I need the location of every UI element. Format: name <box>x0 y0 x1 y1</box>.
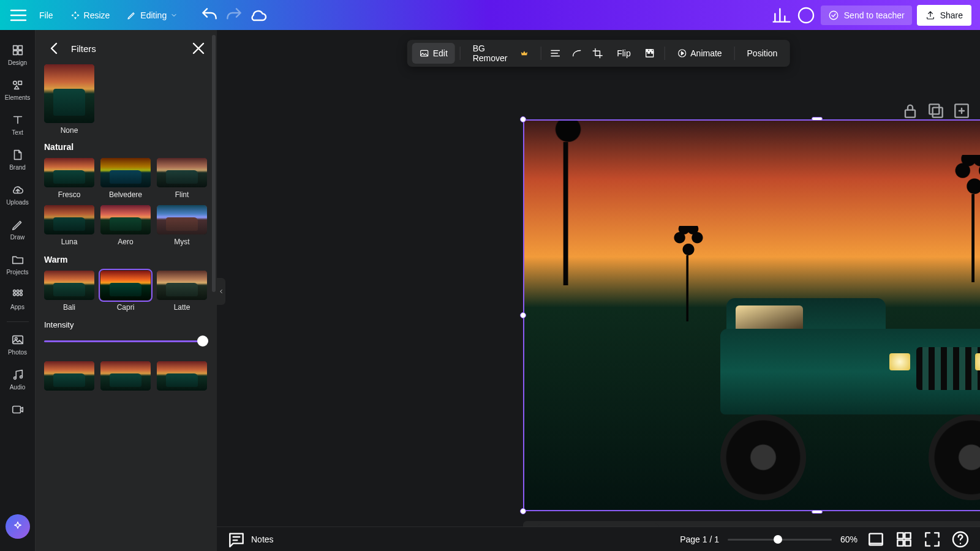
zoom-slider[interactable] <box>728 535 832 544</box>
chevron-down-icon <box>170 12 178 19</box>
filter-label: Aero <box>118 238 133 246</box>
svg-rect-37 <box>897 533 903 538</box>
edit-image-button[interactable]: Edit <box>412 43 455 64</box>
resize-handle[interactable] <box>520 508 526 514</box>
filter-belvedere[interactable]: Belvedere <box>100 158 151 199</box>
zoom-value[interactable]: 60% <box>840 534 858 544</box>
resize-handle[interactable] <box>812 117 823 121</box>
filter-fresco[interactable]: Fresco <box>44 158 94 199</box>
svg-rect-18 <box>12 407 20 413</box>
svg-rect-4 <box>13 51 17 54</box>
svg-point-6 <box>13 81 17 85</box>
rail-design[interactable]: Design <box>0 39 36 71</box>
svg-point-13 <box>20 293 22 296</box>
rail-uploads[interactable]: Uploads <box>0 178 36 211</box>
rail-text[interactable]: Text <box>0 108 36 141</box>
flip-label: Flip <box>617 48 631 58</box>
comment-icon[interactable] <box>796 6 816 25</box>
rail-videos[interactable] <box>0 398 36 416</box>
transparency-icon[interactable] <box>641 43 660 64</box>
canvas-area: Edit BG Remover Flip Animate Position <box>217 30 980 551</box>
animate-label: Animate <box>690 48 722 58</box>
fullscreen-icon[interactable] <box>922 530 942 549</box>
svg-rect-26 <box>905 110 915 118</box>
collapse-panel-icon[interactable] <box>217 278 225 305</box>
filter-aero[interactable]: Aero <box>100 205 151 246</box>
top-bar: File Resize Editing Send to teacher Shar… <box>0 0 980 30</box>
undo-icon[interactable] <box>200 6 219 25</box>
svg-rect-5 <box>18 51 21 54</box>
notes-label[interactable]: Notes <box>251 534 274 544</box>
crop-icon[interactable] <box>589 43 608 64</box>
help-icon[interactable] <box>951 530 970 549</box>
svg-point-17 <box>20 376 22 378</box>
cloud-sync-icon[interactable] <box>249 6 268 25</box>
hamburger-menu-icon[interactable] <box>9 6 28 25</box>
rail-audio-label: Audio <box>10 384 26 391</box>
rail-apps[interactable]: Apps <box>0 283 36 315</box>
position-label: Position <box>747 48 778 58</box>
resize-button[interactable]: Resize <box>64 6 116 25</box>
filter-flint[interactable]: Flint <box>157 158 207 199</box>
notes-icon[interactable] <box>227 530 246 549</box>
bottom-bar: Notes Page 1 / 1 60% <box>217 527 980 551</box>
duplicate-page-icon[interactable] <box>926 101 946 121</box>
svg-point-11 <box>13 293 15 296</box>
filter-luna[interactable]: Luna <box>44 205 94 246</box>
rail-photos[interactable]: Photos <box>0 328 36 361</box>
crown-icon <box>521 49 529 58</box>
panel-scrollbar[interactable] <box>212 35 216 292</box>
filter-extra-3[interactable] <box>157 361 207 391</box>
svg-rect-39 <box>897 540 903 545</box>
filter-label: Luna <box>61 238 78 246</box>
rail-projects[interactable]: Projects <box>0 248 36 280</box>
filter-extra-2[interactable] <box>100 361 151 391</box>
share-button[interactable]: Share <box>917 5 971 26</box>
filter-extra-1[interactable] <box>44 361 94 391</box>
filter-capri[interactable]: Capri <box>100 271 151 312</box>
filter-myst[interactable]: Myst <box>157 205 207 246</box>
back-icon[interactable] <box>44 39 64 58</box>
animate-button[interactable]: Animate <box>669 43 729 64</box>
rail-draw[interactable]: Draw <box>0 213 36 246</box>
resize-handle[interactable] <box>812 510 823 514</box>
magic-button[interactable] <box>6 514 30 539</box>
rail-audio[interactable]: Audio <box>0 363 36 395</box>
rail-elements-label: Elements <box>5 94 31 101</box>
curve-icon[interactable] <box>567 43 586 64</box>
filter-label: Latte <box>174 303 190 312</box>
file-label: File <box>39 10 53 20</box>
close-icon[interactable] <box>189 39 208 58</box>
filter-bali[interactable]: Bali <box>44 271 94 312</box>
grid-view-icon[interactable] <box>894 530 914 549</box>
filter-none[interactable]: None <box>44 64 94 135</box>
align-icon[interactable] <box>546 43 565 64</box>
send-to-teacher-button[interactable]: Send to teacher <box>821 6 912 25</box>
svg-point-9 <box>17 290 19 293</box>
rail-brand[interactable]: Brand <box>0 143 36 176</box>
insights-icon[interactable] <box>772 6 791 25</box>
filter-latte[interactable]: Latte <box>157 271 207 312</box>
redo-icon[interactable] <box>224 6 244 25</box>
file-menu[interactable]: File <box>33 6 59 25</box>
svg-point-10 <box>20 290 22 293</box>
add-page-icon[interactable] <box>952 101 971 121</box>
page-indicator[interactable]: Page 1 / 1 <box>680 534 719 544</box>
resize-handle[interactable] <box>520 312 526 318</box>
lock-icon[interactable] <box>900 101 920 121</box>
intensity-slider[interactable] <box>44 335 208 347</box>
section-warm: Warm <box>44 255 208 264</box>
editing-dropdown[interactable]: Editing <box>121 6 184 25</box>
svg-point-16 <box>13 377 16 380</box>
flip-button[interactable]: Flip <box>609 43 638 64</box>
selected-image[interactable] <box>523 119 980 511</box>
rail-elements[interactable]: Elements <box>0 73 36 106</box>
filter-none-label: None <box>61 126 78 135</box>
bg-remover-button[interactable]: BG Remover <box>466 43 536 64</box>
svg-rect-38 <box>905 533 910 538</box>
page-view-icon[interactable] <box>866 530 886 549</box>
position-button[interactable]: Position <box>740 43 785 64</box>
rail-text-label: Text <box>12 129 23 136</box>
resize-handle[interactable] <box>520 116 526 122</box>
canvas-image[interactable] <box>523 119 980 511</box>
